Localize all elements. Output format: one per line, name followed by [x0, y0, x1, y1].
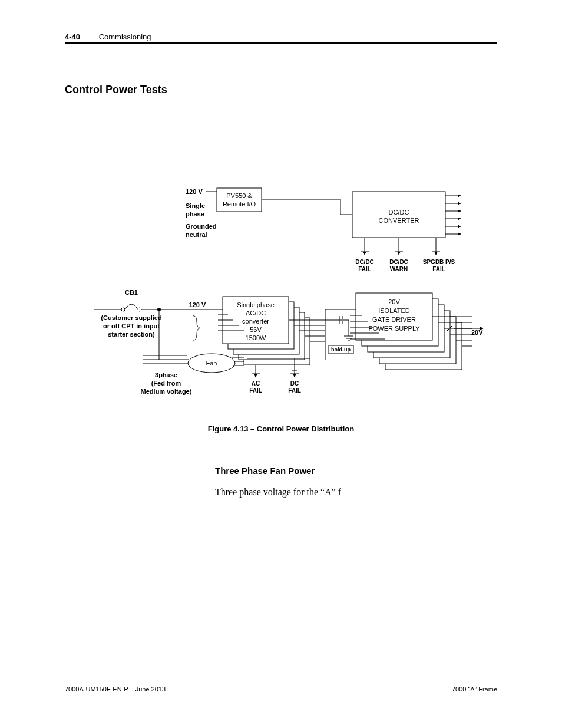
gate-l4: POWER SUPPLY	[368, 325, 420, 332]
dcfail2-l1: DC	[290, 380, 299, 387]
input-phase: phase	[186, 210, 204, 218]
3phase-l2: (Fed from	[151, 380, 181, 387]
dcdc-fail-l2: FAIL	[358, 266, 371, 272]
body-text: Three phase voltage for the “A” f	[215, 487, 341, 498]
acdc-l2: AC/DC	[246, 309, 266, 317]
page-footer: 7000A-UM150F-EN-P – June 2013 7000 “A” F…	[65, 686, 497, 693]
input-grounded: Grounded	[186, 223, 217, 230]
cb1-note-l2: or off CPT in input	[103, 322, 160, 330]
dcdc-fail-l1: DC/DC	[355, 259, 374, 265]
cb1-note-l1: (Customer supplied	[101, 314, 161, 321]
mid-120v: 120 V	[189, 301, 206, 308]
input-120v-label: 120 V	[186, 188, 203, 195]
pv550-l1: PV550 &	[226, 192, 252, 199]
input-single: Single	[186, 202, 205, 209]
subheading: Three Phase Fan Power	[215, 466, 315, 476]
svg-point-18	[138, 308, 141, 311]
acdc-l4: 56V	[250, 326, 262, 333]
out-20v: 20V	[471, 329, 483, 336]
dcdc-warn-l2: WARN	[390, 266, 408, 272]
dcfail2-l2: FAIL	[288, 387, 301, 394]
pv550-box	[217, 188, 262, 212]
page-header: 4-40 Commissioning	[65, 32, 497, 44]
footer-left: 7000A-UM150F-EN-P – June 2013	[65, 686, 166, 693]
section-name: Commissioning	[99, 32, 151, 41]
cb1-label: CB1	[125, 289, 138, 296]
gate-l1: 20V	[388, 298, 400, 305]
page-number: 4-40	[65, 32, 80, 41]
input-neutral: neutral	[186, 231, 207, 238]
dcdc-l2: CONVERTER	[379, 217, 419, 224]
svg-point-17	[121, 308, 125, 311]
figure-caption: Figure 4.13 – Control Power Distribution	[0, 424, 562, 433]
acdc-l3: converter	[242, 318, 269, 325]
footer-right: 7000 “A” Frame	[452, 686, 497, 693]
dcdc-l1: DC/DC	[389, 209, 409, 216]
dcdc-warn-l1: DC/DC	[389, 259, 408, 265]
3phase-l3: Medium voltage)	[141, 388, 192, 395]
page-title: Control Power Tests	[65, 84, 167, 96]
control-power-diagram: 120 V Single phase Grounded neutral PV55…	[94, 183, 483, 413]
fan-label: Fan	[206, 360, 217, 367]
pv550-l2: Remote I/O	[223, 200, 256, 207]
gate-l2: ISOLATED	[378, 307, 410, 314]
holdup-label: hold-up	[331, 347, 351, 353]
gate-l3: GATE DRIVER	[372, 316, 416, 323]
acfail-l2: FAIL	[249, 387, 262, 394]
acdc-l1: Single phase	[237, 301, 275, 308]
spgdb-l1: SPGDB P/S	[423, 259, 455, 265]
spgdb-l2: FAIL	[432, 266, 445, 272]
cb1-note-l3: starter section)	[108, 331, 155, 338]
acdc-l5: 1500W	[246, 334, 266, 341]
3phase-l1: 3phase	[155, 371, 177, 378]
acfail-l1: AC	[252, 380, 260, 387]
